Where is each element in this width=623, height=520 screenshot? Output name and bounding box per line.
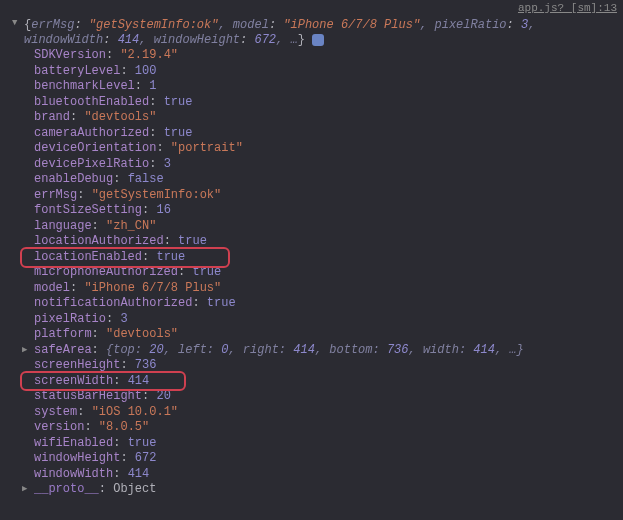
prop-key: batteryLevel [34,64,120,78]
prop-value: "zh_CN" [106,219,156,233]
prop-value: "iPhone 6/7/8 Plus" [84,281,221,295]
prop-row-version[interactable]: version: "8.0.5" [34,420,623,436]
prop-row-cameraAuthorized[interactable]: cameraAuthorized: true [34,126,623,142]
prop-key: locationAuthorized [34,234,164,248]
prop-row-platform[interactable]: platform: "devtools" [34,327,623,343]
prop-value: true [156,250,185,264]
object-summary: {errMsg: "getSystemInfo:ok", model: "iPh… [24,18,623,48]
prop-row-devicePixelRatio[interactable]: devicePixelRatio: 3 [34,157,623,173]
prop-key: locationEnabled [34,250,142,264]
chevron-right-icon[interactable]: ▶ [22,343,27,359]
prop-key: fontSizeSetting [34,203,142,217]
prop-key: model [34,281,70,295]
prop-value: 672 [135,451,157,465]
prop-key: SDKVersion [34,48,106,62]
prop-value: 16 [156,203,170,217]
prop-key: safeArea [34,343,92,357]
prop-value: 3 [164,157,171,171]
prop-key: bluetoothEnabled [34,95,149,109]
prop-key: devicePixelRatio [34,157,149,171]
prop-row-model[interactable]: model: "iPhone 6/7/8 Plus" [34,281,623,297]
prop-row-system[interactable]: system: "iOS 10.0.1" [34,405,623,421]
prop-value: 414 [128,374,150,388]
prop-value: true [192,265,221,279]
prop-key: errMsg [34,188,77,202]
source-link[interactable]: app.js? [sm]:13 [0,0,623,16]
prop-value: "devtools" [106,327,178,341]
prop-row-batteryLevel[interactable]: batteryLevel: 100 [34,64,623,80]
prop-value: "iOS 10.0.1" [92,405,178,419]
prop-value: Object [113,482,156,496]
prop-row-microphoneAuthorized[interactable]: microphoneAuthorized: true [34,265,623,281]
prop-row-windowHeight[interactable]: windowHeight: 672 [34,451,623,467]
prop-key: microphoneAuthorized [34,265,178,279]
prop-value: 3 [120,312,127,326]
prop-key: notificationAuthorized [34,296,192,310]
prop-value: 414 [128,467,150,481]
prop-value: "getSystemInfo:ok" [92,188,222,202]
prop-key: screenWidth [34,374,113,388]
prop-key: __proto__ [34,482,99,496]
prop-row-proto[interactable]: ▶__proto__: Object [34,482,623,498]
prop-key: enableDebug [34,172,113,186]
prop-key: statusBarHeight [34,389,142,403]
prop-key: brand [34,110,70,124]
prop-row-fontSizeSetting[interactable]: fontSizeSetting: 16 [34,203,623,219]
prop-row-enableDebug[interactable]: enableDebug: false [34,172,623,188]
prop-row-bluetoothEnabled[interactable]: bluetoothEnabled: true [34,95,623,111]
prop-key: windowHeight [34,451,120,465]
prop-value: true [164,126,193,140]
prop-value: "2.19.4" [120,48,178,62]
prop-row-errMsg[interactable]: errMsg: "getSystemInfo:ok" [34,188,623,204]
prop-row-screenHeight[interactable]: screenHeight: 736 [34,358,623,374]
prop-row-safeArea[interactable]: ▶safeArea: {top: 20, left: 0, right: 414… [34,343,623,359]
prop-key: system [34,405,77,419]
prop-key: pixelRatio [34,312,106,326]
prop-row-language[interactable]: language: "zh_CN" [34,219,623,235]
prop-value: "devtools" [84,110,156,124]
prop-value: "portrait" [171,141,243,155]
object-tree: ▼ {errMsg: "getSystemInfo:ok", model: "i… [0,16,623,500]
prop-key: benchmarkLevel [34,79,135,93]
info-icon[interactable] [312,34,324,46]
prop-key: screenHeight [34,358,120,372]
prop-value: 20 [156,389,170,403]
prop-value: "8.0.5" [99,420,149,434]
prop-value: false [128,172,164,186]
chevron-right-icon[interactable]: ▶ [22,482,27,498]
prop-value: 100 [135,64,157,78]
prop-row-locationAuthorized[interactable]: locationAuthorized: true [34,234,623,250]
prop-row-deviceOrientation[interactable]: deviceOrientation: "portrait" [34,141,623,157]
prop-key: cameraAuthorized [34,126,149,140]
prop-row-windowWidth[interactable]: windowWidth: 414 [34,467,623,483]
prop-key: windowWidth [34,467,113,481]
prop-key: platform [34,327,92,341]
prop-row-statusBarHeight[interactable]: statusBarHeight: 20 [34,389,623,405]
prop-value: true [178,234,207,248]
prop-row-benchmarkLevel[interactable]: benchmarkLevel: 1 [34,79,623,95]
prop-value: 736 [135,358,157,372]
prop-row-wifiEnabled[interactable]: wifiEnabled: true [34,436,623,452]
prop-key: language [34,219,92,233]
prop-value: true [207,296,236,310]
prop-value: 1 [149,79,156,93]
prop-row-SDKVersion[interactable]: SDKVersion: "2.19.4" [34,48,623,64]
prop-value: true [128,436,157,450]
object-summary-row[interactable]: ▼ {errMsg: "getSystemInfo:ok", model: "i… [6,18,623,48]
prop-value: {top: 20, left: 0, right: 414, bottom: 7… [106,343,524,357]
chevron-down-icon[interactable]: ▼ [12,18,22,28]
prop-key: wifiEnabled [34,436,113,450]
prop-row-brand[interactable]: brand: "devtools" [34,110,623,126]
prop-value: true [164,95,193,109]
prop-row-locationEnabled[interactable]: locationEnabled: true [34,250,623,266]
prop-row-notificationAuthorized[interactable]: notificationAuthorized: true [34,296,623,312]
prop-row-pixelRatio[interactable]: pixelRatio: 3 [34,312,623,328]
prop-row-screenWidth[interactable]: screenWidth: 414 [34,374,623,390]
prop-key: deviceOrientation [34,141,156,155]
prop-key: version [34,420,84,434]
